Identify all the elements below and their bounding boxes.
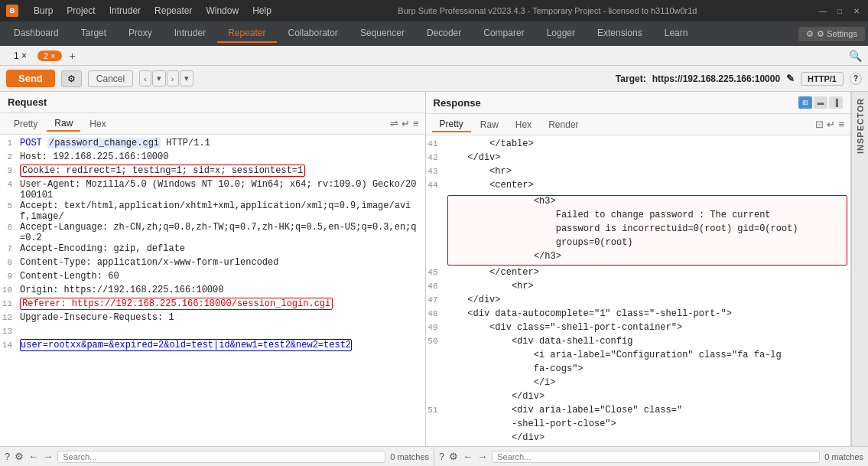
response-line: fa-cogs">	[426, 363, 851, 377]
gear-icon: ⚙	[806, 29, 814, 39]
nav-fwd-button[interactable]: ›	[167, 70, 179, 86]
request-line: 11 Referer: https://192.168.225.166:1000…	[0, 298, 425, 312]
tab-target[interactable]: Target	[70, 24, 117, 43]
request-line: 6 Accept-Language: zh-CN,zh;q=0.8,zh-TW;…	[0, 222, 425, 243]
request-line: 3 Cookie: redirect=1; testing=1; sid=x; …	[0, 165, 425, 179]
view-horiz-button[interactable]: ▬	[814, 96, 827, 109]
request-tab-raw[interactable]: Raw	[47, 116, 80, 132]
menu-bar[interactable]: Burp Project Intruder Repeater Window He…	[28, 4, 278, 18]
settings-button[interactable]: ⚙ ⚙ Settings	[798, 27, 865, 41]
response-tab-render[interactable]: Render	[541, 118, 586, 132]
fwd-icon-right[interactable]: →	[477, 451, 487, 462]
close-button[interactable]: ✕	[851, 5, 862, 16]
request-line: 13	[0, 326, 425, 340]
request-line: 4 User-Agent: Mozilla/5.0 (Windows NT 10…	[0, 179, 425, 200]
response-line: password is incorrectuid=0(root) gid=0(r…	[448, 223, 847, 237]
response-line: 48 <div data-autocomplete="1" class="-sh…	[426, 308, 851, 322]
response-line: 43 <hr>	[426, 166, 851, 180]
menu-burp[interactable]: Burp	[28, 4, 59, 18]
window-controls[interactable]: — □ ✕	[818, 5, 862, 16]
response-line: 42 </div>	[426, 152, 851, 166]
back-icon-right[interactable]: ←	[463, 451, 473, 462]
repeater-tab-1[interactable]: 1 ×	[6, 49, 34, 63]
tab-proxy[interactable]: Proxy	[118, 24, 163, 43]
tab-repeater[interactable]: Repeater	[217, 24, 276, 43]
target-url: https://192.168.225.166:10000	[652, 73, 780, 84]
response-tab-hex[interactable]: Hex	[508, 118, 539, 132]
help-icon-right[interactable]: ?	[439, 451, 444, 462]
response-tab-pretty[interactable]: Pretty	[432, 117, 471, 132]
app-icon: B	[6, 5, 18, 17]
settings-icon-right[interactable]: ⚙	[449, 451, 458, 462]
back-icon-left[interactable]: ←	[28, 451, 38, 462]
response-view-icon[interactable]: ⊡	[815, 119, 824, 130]
response-line: 46 <hr>	[426, 281, 851, 295]
response-header: Response ⊞ ▬ ▐	[426, 92, 851, 114]
add-tab-button[interactable]: +	[65, 48, 80, 64]
request-line: 12 Upgrade-Insecure-Requests: 1	[0, 312, 425, 326]
menu-window[interactable]: Window	[200, 4, 245, 18]
settings-icon-left[interactable]: ⚙	[15, 451, 24, 462]
more-icon[interactable]: ≡	[413, 118, 419, 129]
response-more-icon[interactable]: ≡	[838, 119, 844, 130]
request-panel-tabs: Pretty Raw Hex ⇌ ↵ ≡	[0, 113, 425, 135]
request-tab-pretty[interactable]: Pretty	[6, 117, 45, 131]
menu-help[interactable]: Help	[246, 4, 278, 18]
nav-tabs: Dashboard Target Proxy Intruder Repeater…	[0, 21, 868, 46]
tab-comparer[interactable]: Comparer	[473, 24, 535, 43]
request-content: 1 POST /password_change.cgi HTTP/1.1 2 H…	[0, 135, 425, 446]
menu-project[interactable]: Project	[60, 4, 101, 18]
cancel-button[interactable]: Cancel	[88, 70, 133, 87]
request-tab-hex[interactable]: Hex	[82, 117, 113, 131]
response-wrap-icon[interactable]: ↵	[827, 119, 835, 130]
minimize-button[interactable]: —	[818, 5, 828, 16]
response-tab-raw[interactable]: Raw	[473, 118, 506, 132]
tab-learn[interactable]: Learn	[654, 24, 699, 43]
nav-back-button[interactable]: ‹	[139, 70, 151, 86]
menu-intruder[interactable]: Intruder	[103, 4, 147, 18]
response-search-input[interactable]	[492, 451, 820, 463]
response-line: -shell-port-close">	[426, 419, 851, 432]
tab-decoder[interactable]: Decoder	[416, 24, 472, 43]
tab-dashboard[interactable]: Dashboard	[3, 24, 70, 43]
response-line: <h3>	[448, 196, 847, 210]
search-icon[interactable]: 🔍	[849, 50, 862, 62]
response-line: </h3>	[448, 251, 847, 265]
response-bottom-bar: ? ⚙ ← → 0 matches	[434, 447, 868, 466]
tab-extensions[interactable]: Extensions	[587, 24, 653, 43]
maximize-button[interactable]: □	[834, 5, 845, 16]
response-match-count: 0 matches	[824, 452, 863, 461]
tab-sequencer[interactable]: Sequencer	[349, 24, 415, 43]
response-line: <i aria-label="Configuration" class="fa …	[426, 350, 851, 363]
request-line: 1 POST /password_change.cgi HTTP/1.1	[0, 138, 425, 152]
view-vert-button[interactable]: ▐	[829, 96, 843, 109]
repeater-tab-2[interactable]: 2 ×	[37, 51, 62, 61]
send-button[interactable]: Send	[6, 70, 55, 87]
response-tab-icons: ⊡ ↵ ≡	[815, 119, 844, 130]
repeater-subtabs: 1 × 2 × + 🔍	[0, 46, 868, 66]
indent-icon[interactable]: ⇌	[390, 118, 398, 129]
request-line: 7 Accept-Encoding: gzip, deflate	[0, 243, 425, 257]
tab-intruder[interactable]: Intruder	[164, 24, 216, 43]
help-icon-left[interactable]: ?	[5, 451, 10, 462]
fwd-icon-left[interactable]: →	[43, 451, 53, 462]
view-split-button[interactable]: ⊞	[798, 96, 812, 109]
request-line: 8 Content-Type: application/x-www-form-u…	[0, 257, 425, 271]
response-line: </div>	[426, 432, 851, 446]
response-content: 41 </table> 42 </div> 43 <hr> 44 <center…	[426, 135, 851, 446]
options-button[interactable]: ⚙	[61, 70, 82, 87]
menu-repeater[interactable]: Repeater	[148, 4, 198, 18]
request-search-input[interactable]	[57, 451, 385, 463]
response-line: 51 <div aria-label="Close" class="	[426, 405, 851, 419]
http-version[interactable]: HTTP/1	[801, 72, 844, 86]
help-icon[interactable]: ?	[850, 73, 862, 85]
inspector-label: INSPECTOR	[853, 92, 867, 160]
response-highlight-box: <h3> Failed to change password : The cur…	[447, 195, 848, 266]
nav-back-dropdown[interactable]: ▾	[152, 70, 166, 86]
wrap-icon[interactable]: ↵	[401, 118, 410, 129]
tab-collaborator[interactable]: Collaborator	[278, 24, 349, 43]
edit-target-icon[interactable]: ✎	[786, 73, 795, 84]
response-line: 47 </div>	[426, 295, 851, 308]
tab-logger[interactable]: Logger	[536, 24, 586, 43]
nav-fwd-dropdown[interactable]: ▾	[180, 70, 193, 86]
